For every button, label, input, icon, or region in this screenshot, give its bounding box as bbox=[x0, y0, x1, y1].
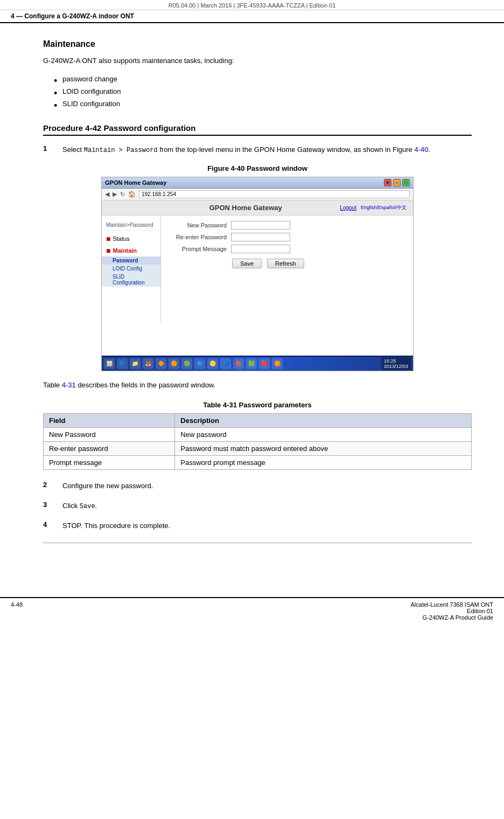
sub-header-text: 4 — Configure a G-240WZ-A indoor ONT bbox=[11, 12, 134, 20]
ss-title-bar: GPON Home Gateway ✕ − □ bbox=[102, 177, 413, 189]
table-cell-field-1: New Password bbox=[44, 428, 175, 442]
step-1: 1 Select Maintain > Password from the to… bbox=[43, 144, 472, 156]
figure-label: Figure 4-40 Password window bbox=[43, 164, 472, 172]
ss-address-bar: ◀ ▶ ↻ 🏠 192.168.1.254 bbox=[102, 189, 413, 200]
step-content-3: Click Save. bbox=[62, 501, 472, 512]
ss-body: Maintain>Password ■ Status ■ Maintain Pa… bbox=[102, 216, 413, 323]
ss-forward-btn[interactable]: ▶ bbox=[113, 191, 117, 198]
footer-left: 4-48 bbox=[11, 601, 23, 621]
step-number-4: 4 bbox=[43, 520, 62, 529]
procedure-heading: Procedure 4-42 Password configuration bbox=[43, 123, 472, 136]
step-content-1: Select Maintain > Password from the top-… bbox=[62, 144, 472, 156]
maintenance-bullets: password change LOID configuration SLID … bbox=[54, 73, 472, 110]
ss-reload-btn[interactable]: ↻ bbox=[120, 191, 125, 198]
ss-refresh-button[interactable]: Refresh bbox=[267, 259, 304, 268]
table-row: Re-enter password Password must match pa… bbox=[44, 442, 472, 456]
maintenance-intro: G-240WZ-A ONT also supports maintenance … bbox=[43, 55, 472, 66]
ss-main-area: New Password Re-enter Password Prompt Me… bbox=[161, 216, 413, 323]
table-cell-desc-1: New password bbox=[175, 428, 472, 442]
step-number-3: 3 bbox=[43, 501, 62, 509]
footer-line2: Edition 01 bbox=[411, 608, 493, 614]
ss-taskbar-icon-14[interactable]: 🟠 bbox=[272, 358, 283, 369]
ss-maintain-bullet: ■ bbox=[106, 246, 110, 255]
table-cell-field-3: Prompt message bbox=[44, 456, 175, 470]
ss-taskbar-icon-4[interactable]: 🦊 bbox=[143, 358, 153, 369]
ss-sidebar-status[interactable]: ■ Status bbox=[102, 233, 160, 245]
ss-taskbar-clock: 15:252013/12/03 bbox=[381, 357, 411, 370]
footer-line3: G-240WZ-A Product Guide bbox=[411, 614, 493, 621]
ss-taskbar-icon-2[interactable]: 🔵 bbox=[117, 358, 128, 369]
ss-label-prompt: Prompt Message bbox=[167, 246, 227, 252]
bullet-item: LOID configuration bbox=[54, 85, 472, 98]
ss-start-icon[interactable]: 🪟 bbox=[104, 358, 115, 369]
col-field: Field bbox=[44, 414, 175, 428]
ss-content: GPON Home Gateway Logout English/Español… bbox=[102, 200, 413, 371]
table-cell-desc-2: Password must match password entered abo… bbox=[175, 442, 472, 456]
ss-logout-lang: Logout English/Español/中文 bbox=[340, 204, 407, 211]
table-link-4-31[interactable]: 4-31 bbox=[62, 381, 76, 389]
step-4: 4 STOP. This procedure is complete. bbox=[43, 520, 472, 532]
step-2: 2 Configure the new password. bbox=[43, 481, 472, 492]
ss-maximize-btn[interactable]: □ bbox=[402, 179, 410, 186]
ss-taskbar-icon-5[interactable]: 🔶 bbox=[156, 358, 166, 369]
ss-breadcrumb: Maintain>Password bbox=[102, 220, 160, 231]
ss-taskbar-icon-3[interactable]: 📁 bbox=[130, 358, 141, 369]
ss-taskbar-icon-9[interactable]: 🟡 bbox=[207, 358, 218, 369]
table-cell-desc-3: Password prompt message bbox=[175, 456, 472, 470]
ss-window-controls: ✕ − □ bbox=[384, 179, 410, 186]
ss-taskbar-icon-8[interactable]: 🔷 bbox=[194, 358, 205, 369]
ss-lang-options[interactable]: English/Español/中文 bbox=[361, 204, 407, 211]
table-title: Table 4-31 Password parameters bbox=[43, 401, 472, 409]
section-divider bbox=[43, 543, 472, 543]
ss-input-reenter[interactable] bbox=[231, 233, 290, 241]
step-number-2: 2 bbox=[43, 481, 62, 489]
ss-close-btn[interactable]: ✕ bbox=[384, 179, 391, 186]
table-header-row: Field Description bbox=[44, 414, 472, 428]
ss-taskbar-icon-13[interactable]: 🔴 bbox=[259, 358, 270, 369]
ss-taskbar-icon-11[interactable]: 🟤 bbox=[233, 358, 244, 369]
table-row: New Password New password bbox=[44, 428, 472, 442]
screenshot-figure: GPON Home Gateway ✕ − □ ◀ ▶ ↻ 🏠 192.168.… bbox=[101, 177, 414, 371]
ss-taskbar-icon-6[interactable]: 🟠 bbox=[169, 358, 179, 369]
figure-link-4-40[interactable]: 4-40 bbox=[414, 145, 428, 154]
table-reference: Table 4-31 describes the fields in the p… bbox=[43, 380, 472, 391]
ss-label-reenter: Re-enter Password bbox=[167, 234, 227, 240]
ss-taskbar-icon-10[interactable]: 🔵 bbox=[220, 358, 231, 369]
header-bar: R05.04.00 | March 2016 | 3FE-45933-AAAA-… bbox=[0, 0, 504, 10]
ss-taskbar-icon-7[interactable]: 🟢 bbox=[181, 358, 192, 369]
ss-form-row-newpw: New Password bbox=[167, 221, 407, 230]
maintenance-heading: Maintenance bbox=[43, 39, 472, 49]
ss-taskbar-icon-12[interactable]: 🟩 bbox=[246, 358, 257, 369]
ss-save-button[interactable]: Save bbox=[232, 259, 262, 268]
ss-logout[interactable]: Logout bbox=[340, 205, 356, 211]
footer-line1: Alcatel-Lucent 7368 ISAM ONT bbox=[411, 601, 493, 608]
ss-button-row: Save Refresh bbox=[232, 259, 407, 268]
sub-header: 4 — Configure a G-240WZ-A indoor ONT bbox=[0, 10, 504, 23]
step-3: 3 Click Save. bbox=[43, 501, 472, 512]
table-row: Prompt message Password prompt message bbox=[44, 456, 472, 470]
ss-sub-password[interactable]: Password bbox=[102, 256, 160, 265]
step-number-1: 1 bbox=[43, 144, 62, 152]
ss-maintain-label: Maintain bbox=[113, 247, 137, 254]
params-table: Field Description New Password New passw… bbox=[43, 413, 472, 470]
step-content-2: Configure the new password. bbox=[62, 481, 472, 492]
ss-minimize-btn[interactable]: − bbox=[393, 179, 401, 186]
ss-taskbar: 🪟 🔵 📁 🦊 🔶 🟠 🟢 🔷 🟡 🔵 🟤 🟩 🔴 🟠 15:252013/12… bbox=[102, 356, 413, 371]
ss-gateway-title: GPON Home Gateway bbox=[151, 204, 340, 212]
ss-sidebar-maintain[interactable]: ■ Maintain bbox=[102, 245, 160, 256]
ss-input-prompt[interactable] bbox=[231, 245, 290, 253]
ss-form-row-reenter: Re-enter Password bbox=[167, 233, 407, 241]
ss-title-text: GPON Home Gateway bbox=[105, 179, 166, 186]
ss-address-input[interactable]: 192.168.1.254 bbox=[139, 190, 410, 198]
step-content-4: STOP. This procedure is complete. bbox=[62, 520, 472, 532]
table-cell-field-2: Re-enter password bbox=[44, 442, 175, 456]
ss-status-bullet: ■ bbox=[106, 234, 110, 243]
ss-sub-loid[interactable]: LOID Config bbox=[102, 265, 160, 273]
ss-label-newpw: New Password bbox=[167, 222, 227, 228]
ss-sub-slid[interactable]: SLID Configuration bbox=[102, 273, 160, 287]
ss-top-bar: GPON Home Gateway Logout English/Español… bbox=[102, 200, 413, 216]
ss-input-newpw[interactable] bbox=[231, 221, 290, 230]
col-description: Description bbox=[175, 414, 472, 428]
ss-back-btn[interactable]: ◀ bbox=[105, 191, 109, 198]
ss-status-label: Status bbox=[113, 235, 129, 242]
